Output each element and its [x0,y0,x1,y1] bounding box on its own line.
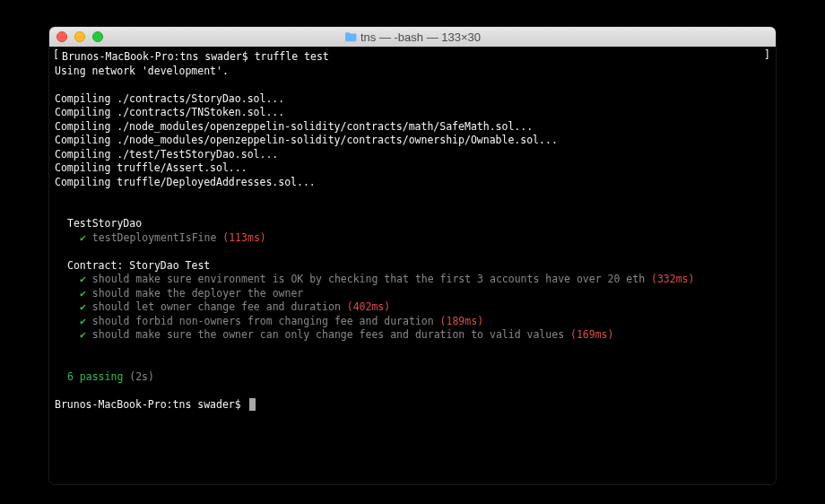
scroll-bracket-right-icon: ] [764,48,770,63]
test-timing: (332ms) [651,273,694,285]
output-line: Compiling ./node_modules/openzeppelin-so… [55,134,770,148]
output-line: Compiling ./contracts/StoryDao.sol... [55,92,770,107]
close-button[interactable] [56,31,67,42]
window-title: tns — -bash — 133×30 [56,30,769,44]
prompt-host: Brunos-MacBook-Pro:tns swader$ [62,50,255,63]
check-icon: ✔ [80,273,86,285]
test-result: ✔ should let owner change fee and durati… [55,300,770,315]
terminal-window: tns — -bash — 133×30 [ ] Brunos-MacBook-… [49,27,776,484]
test-result: ✔ testDeploymentIsFine (113ms) [55,231,770,246]
check-icon: ✔ [80,287,86,300]
test-timing: (113ms) [222,231,265,244]
output-line: Compiling ./contracts/TNStoken.sol... [55,106,770,120]
check-icon: ✔ [80,328,86,341]
title-bar[interactable]: tns — -bash — 133×30 [49,27,776,47]
cursor-icon [249,398,256,411]
passing-count: 6 passing [67,370,129,383]
test-name: testDeploymentIsFine [86,231,222,244]
test-timing: (169ms) [570,328,613,341]
output-line: Compiling ./test/TestStoryDao.sol... [55,148,770,162]
blank-line [55,245,770,259]
test-name: should make sure environment is OK by ch… [86,273,651,285]
test-name: should make sure the owner can only chan… [86,328,570,341]
prompt-line: Brunos-MacBook-Pro:tns swader$ truffle t… [55,50,770,65]
blank-line [55,384,770,398]
blank-line [55,204,770,218]
scroll-bracket-left-icon: [ [53,48,59,63]
minimize-button[interactable] [74,31,85,42]
check-icon: ✔ [80,315,86,327]
check-icon: ✔ [80,300,86,313]
output-line: Using network 'development'. [55,65,770,79]
test-suite-name: TestStoryDao [55,217,770,231]
test-name: should make the deployer the owner [86,287,303,300]
test-name: should let owner change fee and duration [86,300,347,313]
prompt-host: Brunos-MacBook-Pro:tns swader$ [55,398,248,411]
test-summary: 6 passing (2s) [55,370,770,385]
check-icon: ✔ [80,231,86,244]
summary-time: (2s) [129,370,154,383]
blank-line [55,78,770,92]
test-timing: (402ms) [347,300,390,313]
output-line: Compiling ./node_modules/openzeppelin-so… [55,120,770,135]
test-name: should forbid non-owners from changing f… [86,315,440,327]
folder-icon [344,31,357,42]
blank-line [55,356,770,370]
blank-line [55,189,770,204]
blank-line [55,343,770,357]
window-title-text: tns — -bash — 133×30 [360,30,481,44]
test-result: ✔ should forbid non-owners from changing… [55,315,770,329]
test-result: ✔ should make sure the owner can only ch… [55,328,770,343]
prompt-command: truffle test [255,50,329,63]
output-line: Compiling truffle/Assert.sol... [55,161,770,176]
maximize-button[interactable] [92,31,103,42]
test-result: ✔ should make the deployer the owner [55,287,770,301]
test-suite-name: Contract: StoryDao Test [55,259,770,274]
traffic-lights [56,31,103,42]
terminal-body[interactable]: [ ] Brunos-MacBook-Pro:tns swader$ truff… [49,47,776,484]
output-line: Compiling truffle/DeployedAddresses.sol.… [55,176,770,190]
test-timing: (189ms) [440,315,483,327]
prompt-line: Brunos-MacBook-Pro:tns swader$ [55,398,770,413]
test-result: ✔ should make sure environment is OK by … [55,273,770,287]
